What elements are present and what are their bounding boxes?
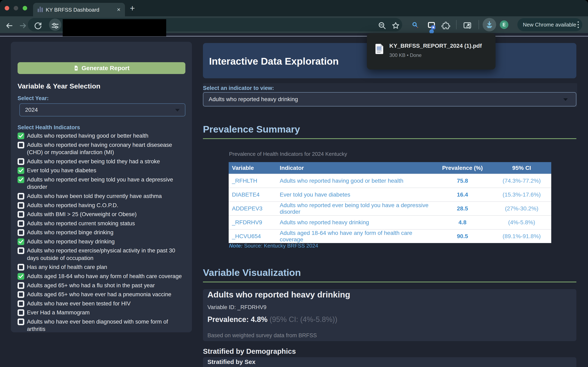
checkbox-icon[interactable]	[17, 167, 24, 174]
column-header: Variable	[229, 162, 277, 174]
new-tab-button[interactable]: +	[130, 4, 135, 12]
checkbox-icon[interactable]	[17, 282, 24, 289]
download-popup[interactable]: KY_BRFSS_REPORT_2024 (1).pdf 300 KB • Do…	[367, 33, 495, 69]
search-tabs-icon[interactable]	[463, 21, 472, 30]
table-cell: (89.1%-91.8%)	[492, 230, 551, 243]
prevalence-ci: (95% CI: (4%-5.8%))	[268, 315, 337, 324]
stratified-sex-heading: Stratified by Sex	[208, 359, 255, 365]
indicator-checkbox-row[interactable]: Adults who reported current smoking stat…	[17, 220, 185, 227]
table-caption: Prevalence of Health Indicators for 2024…	[229, 151, 347, 157]
indicator-checkbox-row[interactable]: Adults who have been told they currently…	[17, 192, 185, 200]
download-filename[interactable]: KY_BRFSS_REPORT_2024 (1).pdf	[389, 43, 482, 49]
table-cell: (27%-30.2%)	[492, 202, 551, 215]
checkbox-icon[interactable]	[17, 291, 24, 298]
indicator-checkbox-row[interactable]: Has any kind of health care plan	[17, 263, 185, 271]
download-status: 300 KB • Done	[389, 52, 422, 58]
forward-icon[interactable]	[19, 21, 28, 30]
indicator-label: Adults who reported having C.O.P.D.	[27, 202, 118, 209]
indicator-checkbox-row[interactable]: Ever Had a Mammogram	[17, 309, 185, 317]
indicator-label: Adults aged 18-64 who have any form of h…	[27, 273, 182, 280]
table-cell: Adults who reported having good or bette…	[277, 174, 433, 188]
checkbox-icon[interactable]	[17, 158, 24, 165]
url-redaction-box	[63, 19, 166, 36]
search-bird-extension-icon[interactable]	[411, 21, 420, 30]
reload-icon[interactable]	[34, 21, 43, 30]
column-header: Prevalence (%)	[433, 162, 492, 174]
generate-report-button[interactable]: Generate Report	[17, 62, 185, 74]
checkbox-icon[interactable]	[17, 220, 24, 227]
update-chrome-button[interactable]: New Chrome available	[517, 18, 582, 31]
table-cell: 16.4	[433, 188, 492, 201]
zoom-out-icon[interactable]	[378, 21, 387, 30]
downloads-button[interactable]	[483, 18, 496, 31]
extensions-puzzle-icon[interactable]	[441, 21, 450, 30]
indicator-checkbox-row[interactable]: Ever told you have diabetes	[17, 167, 185, 174]
select-year-label: Select Year:	[17, 95, 49, 101]
variable-id: Variable ID: _RFDRHV9	[208, 304, 267, 310]
indicator-checkbox-row[interactable]: Adults aged 18-64 who have any form of h…	[17, 273, 185, 280]
checkbox-icon[interactable]	[17, 202, 24, 209]
table-row: _HCVU654Adults aged 18-64 who have any f…	[229, 229, 551, 243]
profile-avatar[interactable]: E	[500, 20, 508, 29]
table-cell: Adults aged 18-64 who have any form of h…	[277, 230, 433, 243]
checkbox-icon[interactable]	[17, 238, 24, 245]
checkbox-icon[interactable]	[17, 318, 24, 325]
active-tab[interactable]: KY BRFSS Dashboard ×	[33, 3, 125, 16]
indicator-label: Has any kind of health care plan	[27, 263, 107, 271]
checkbox-icon[interactable]	[17, 229, 24, 236]
indicator-checkbox-row[interactable]: Adults who have ever been diagnosed with…	[17, 318, 185, 333]
checkbox-icon[interactable]	[17, 264, 24, 271]
checkbox-icon[interactable]	[17, 211, 24, 218]
indicator-checkbox-row[interactable]: Adults who reported ever being told they…	[17, 158, 185, 165]
checkbox-icon[interactable]	[17, 142, 24, 149]
macos-close-button[interactable]	[5, 6, 9, 10]
bookmark-star-icon[interactable]	[391, 21, 400, 30]
indicator-label: Adults who reported ever being told you …	[27, 176, 185, 191]
table-row: ADDEPEV3Adults who reported ever being t…	[229, 201, 551, 215]
indicator-checkbox-row[interactable]: Adults with BMI > 25 (Overweight or Obes…	[17, 211, 185, 218]
indicator-checkbox-row[interactable]: Adults who reported having good or bette…	[17, 132, 185, 140]
indicator-label: Adults who reported having good or bette…	[27, 132, 148, 140]
indicator-checkbox-row[interactable]: Adults who reported binge drinking	[17, 229, 185, 236]
toolbar-divider	[479, 20, 479, 29]
indicator-label: Ever told you have diabetes	[27, 167, 96, 174]
indicator-checkbox-row[interactable]: Adults aged 65+ who had a flu shot in th…	[17, 282, 185, 289]
pdf-file-icon	[375, 44, 383, 54]
checkbox-icon[interactable]	[17, 247, 24, 254]
indicator-checkbox-row[interactable]: Adults who reported heavy drinking	[17, 238, 185, 245]
indicator-checkbox-row[interactable]: Adults who reported ever having coronary…	[17, 141, 185, 156]
variable-visualization-heading: Variable Visualization	[203, 267, 301, 278]
back-icon[interactable]	[4, 21, 13, 30]
checkbox-icon[interactable]	[17, 193, 24, 200]
close-tab-icon[interactable]: ×	[117, 6, 121, 13]
indicator-checkbox-row[interactable]: Adults who have ever been tested for HIV	[17, 300, 185, 308]
table-row: _RFHLTHAdults who reported having good o…	[229, 174, 551, 188]
indicator-checkbox-row[interactable]: Adults who reported having C.O.P.D.	[17, 202, 185, 209]
table-cell: _HCVU654	[229, 230, 277, 243]
checkbox-icon[interactable]	[17, 176, 24, 183]
checkbox-icon[interactable]	[17, 133, 24, 139]
table-cell: DIABETE4	[229, 188, 277, 201]
macos-minimize-button[interactable]	[14, 6, 18, 10]
indicator-checkbox-row[interactable]: Adults who reported exercise/physical ac…	[17, 247, 185, 262]
section-divider	[203, 138, 576, 139]
table-cell: 90.5	[433, 230, 492, 243]
sidebar-section-title: Variable & Year Selection	[17, 82, 100, 90]
indicator-select[interactable]: Adults who reported heavy drinking	[203, 92, 576, 106]
menu-kebab-icon[interactable]	[577, 21, 579, 28]
indicator-checkbox-row[interactable]: Adults who reported ever being told you …	[17, 176, 185, 191]
year-select-value: 2024	[25, 107, 38, 113]
indicator-checkbox-row[interactable]: Adults aged 65+ who have ever had a pneu…	[17, 291, 185, 298]
column-header: Indicator	[277, 162, 433, 174]
checkbox-icon[interactable]	[17, 309, 24, 316]
checkbox-icon[interactable]	[17, 300, 24, 307]
checkbox-icon[interactable]	[17, 273, 24, 280]
macos-zoom-button[interactable]	[23, 6, 27, 10]
browser-window: KY BRFSS Dashboard × +	[0, 0, 588, 367]
table-cell: 4.8	[433, 216, 492, 229]
window-star-extension-icon[interactable]	[427, 21, 436, 30]
indicator-label: Adults who have ever been diagnosed with…	[27, 318, 185, 333]
year-select[interactable]: 2024	[19, 103, 185, 117]
indicator-select-label: Select an indicator to view:	[203, 85, 274, 91]
table-row: DIABETE4Ever told you have diabetes16.4(…	[229, 188, 551, 201]
